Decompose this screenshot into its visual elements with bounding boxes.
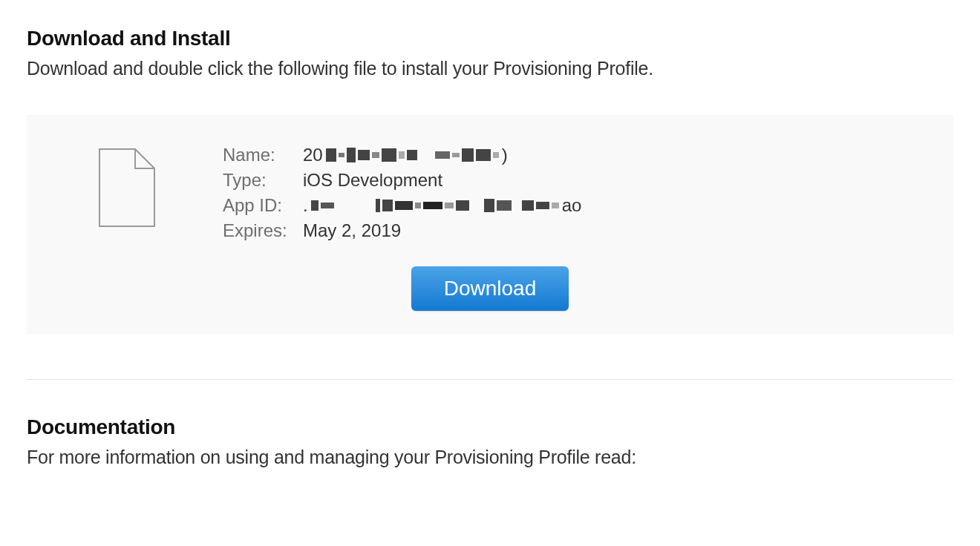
- name-suffix: ): [502, 145, 508, 165]
- download-button[interactable]: Download: [411, 266, 569, 311]
- label-appid: App ID:: [223, 195, 303, 216]
- detail-row-type: Type: iOS Development: [223, 170, 918, 191]
- value-expires: May 2, 2019: [303, 220, 401, 241]
- label-type: Type:: [223, 170, 303, 191]
- download-button-wrap: Download: [62, 266, 918, 311]
- section-divider: [27, 379, 953, 380]
- redacted-appid: [311, 199, 559, 212]
- detail-row-name: Name: 20: [223, 145, 918, 165]
- documentation-title: Documentation: [27, 415, 953, 439]
- section-subtitle: Download and double click the following …: [27, 58, 953, 79]
- profile-details: Name: 20: [223, 145, 918, 246]
- documentation-subtitle: For more information on using and managi…: [27, 447, 953, 468]
- value-type: iOS Development: [303, 170, 442, 191]
- redacted-name: [326, 148, 499, 162]
- file-icon-wrap: [62, 145, 156, 231]
- profile-card: Name: 20: [27, 115, 953, 335]
- download-install-section: Download and Install Download and double…: [27, 27, 953, 335]
- label-expires: Expires:: [223, 220, 303, 241]
- name-prefix: 20: [303, 145, 323, 165]
- file-icon: [98, 148, 156, 228]
- label-name: Name:: [223, 145, 303, 165]
- value-name: 20: [303, 145, 508, 165]
- detail-row-appid: App ID: .: [223, 195, 918, 216]
- documentation-section: Documentation For more information on us…: [27, 415, 953, 468]
- value-appid: .: [303, 195, 581, 216]
- profile-details-row: Name: 20: [62, 145, 918, 246]
- appid-prefix: .: [303, 195, 308, 216]
- section-title: Download and Install: [27, 27, 953, 50]
- appid-suffix: ao: [562, 195, 582, 216]
- detail-row-expires: Expires: May 2, 2019: [223, 220, 918, 241]
